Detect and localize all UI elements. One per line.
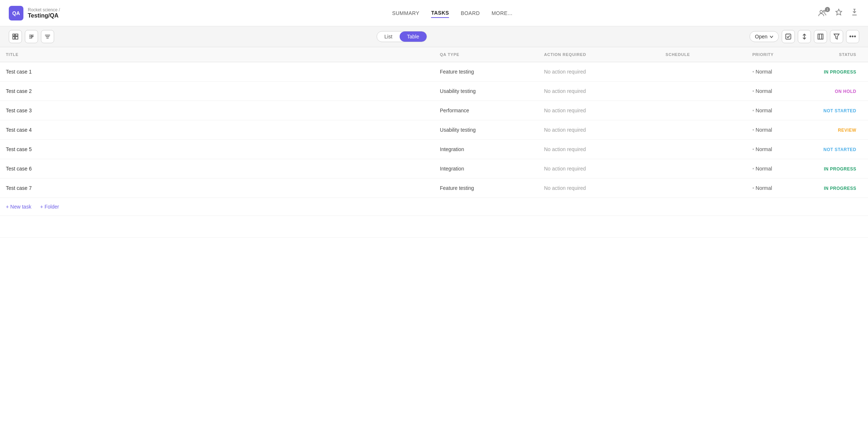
breadcrumb-parent: Rocket science / — [28, 7, 60, 12]
task-priority-4: •Normal — [747, 120, 816, 140]
tab-summary[interactable]: SUMMARY — [392, 9, 419, 18]
svg-point-0 — [820, 10, 823, 13]
open-label: Open — [755, 34, 767, 40]
sort-btn[interactable] — [798, 30, 811, 43]
layout-button[interactable] — [9, 30, 22, 43]
table-row[interactable]: Test case 7 Feature testing No action re… — [0, 179, 868, 198]
pin-button[interactable] — [850, 7, 859, 19]
tab-tasks[interactable]: TASKS — [431, 8, 449, 18]
col-action: ACTION REQUIRED — [538, 47, 660, 62]
table-row[interactable]: Test case 3 Performance No action requir… — [0, 101, 868, 120]
table-row[interactable]: Test case 2 Usability testing No action … — [0, 82, 868, 101]
view-list-btn[interactable]: List — [377, 31, 400, 42]
view-table-btn[interactable]: Table — [400, 31, 426, 42]
empty-row — [0, 216, 868, 238]
task-title-6[interactable]: Test case 6 — [0, 159, 434, 179]
task-action-6: No action required — [538, 159, 660, 179]
svg-marker-18 — [834, 34, 839, 39]
logo-text: QA — [12, 10, 20, 16]
task-schedule-6 — [660, 159, 746, 179]
task-title-3[interactable]: Test case 3 — [0, 101, 434, 120]
col-priority: PRIORITY — [747, 47, 816, 62]
task-priority-6: •Normal — [747, 159, 816, 179]
filter-btn[interactable] — [830, 30, 843, 43]
new-task-link[interactable]: + New task — [6, 204, 31, 210]
columns-btn[interactable] — [814, 30, 827, 43]
task-status-3: NOT STARTED — [816, 101, 868, 120]
footer-actions: + New task + Folder — [6, 204, 862, 210]
task-qatype-5: Integration — [434, 140, 538, 159]
task-schedule-2 — [660, 82, 746, 101]
task-priority-7: •Normal — [747, 179, 816, 198]
task-status-1: IN PROGRESS — [816, 62, 868, 82]
tasks-table: TITLE QA TYPE ACTION REQUIRED SCHEDULE P… — [0, 47, 868, 238]
group-button[interactable] — [25, 30, 38, 43]
svg-rect-6 — [15, 37, 18, 39]
people-badge: 1 — [825, 7, 830, 12]
task-qatype-4: Usability testing — [434, 120, 538, 140]
star-button[interactable] — [834, 7, 844, 19]
task-status-6: IN PROGRESS — [816, 159, 868, 179]
new-folder-link[interactable]: + Folder — [40, 204, 59, 210]
task-qatype-3: Performance — [434, 101, 538, 120]
svg-rect-5 — [15, 34, 18, 36]
task-title-1[interactable]: Test case 1 — [0, 62, 434, 82]
more-btn[interactable]: ••• — [846, 30, 859, 43]
task-priority-2: •Normal — [747, 82, 816, 101]
task-status-5: NOT STARTED — [816, 140, 868, 159]
task-action-2: No action required — [538, 82, 660, 101]
col-qatype: QA TYPE — [434, 47, 538, 62]
col-title: TITLE — [0, 47, 434, 62]
task-status-7: IN PROGRESS — [816, 179, 868, 198]
toolbar-left — [9, 30, 54, 43]
task-qatype-2: Usability testing — [434, 82, 538, 101]
task-priority-5: •Normal — [747, 140, 816, 159]
task-action-3: No action required — [538, 101, 660, 120]
svg-marker-2 — [836, 9, 842, 15]
task-schedule-4 — [660, 120, 746, 140]
task-schedule-3 — [660, 101, 746, 120]
breadcrumb-area: Rocket science / Testing/QA — [28, 7, 60, 19]
logo-icon: QA — [9, 6, 23, 20]
people-button[interactable]: 1 — [817, 8, 828, 18]
view-toggle: List Table — [377, 31, 427, 42]
task-schedule-7 — [660, 179, 746, 198]
task-title-5[interactable]: Test case 5 — [0, 140, 434, 159]
task-status-4: REVIEW — [816, 120, 868, 140]
task-priority-1: •Normal — [747, 62, 816, 82]
open-dropdown-btn[interactable]: Open — [750, 31, 779, 42]
svg-rect-13 — [786, 34, 791, 39]
table-header-row: TITLE QA TYPE ACTION REQUIRED SCHEDULE P… — [0, 47, 868, 62]
table-row[interactable]: Test case 4 Usability testing No action … — [0, 120, 868, 140]
task-schedule-1 — [660, 62, 746, 82]
tasks-table-container: TITLE QA TYPE ACTION REQUIRED SCHEDULE P… — [0, 47, 868, 238]
checkbox-btn[interactable] — [782, 30, 795, 43]
nav-tabs: SUMMARY TASKS BOARD MORE... — [89, 8, 815, 18]
task-status-2: ON HOLD — [816, 82, 868, 101]
toolbar-center: List Table — [59, 31, 745, 42]
task-title-2[interactable]: Test case 2 — [0, 82, 434, 101]
toolbar-right: Open — [750, 30, 859, 43]
tab-board[interactable]: BOARD — [461, 9, 480, 18]
breadcrumb-current: Testing/QA — [28, 12, 60, 19]
table-row[interactable]: Test case 1 Feature testing No action re… — [0, 62, 868, 82]
table-row[interactable]: Test case 6 Integration No action requir… — [0, 159, 868, 179]
top-header: QA Rocket science / Testing/QA SUMMARY T… — [0, 0, 868, 26]
col-schedule: SCHEDULE — [660, 47, 746, 62]
task-action-4: No action required — [538, 120, 660, 140]
header-actions: 1 — [815, 7, 859, 19]
task-title-4[interactable]: Test case 4 — [0, 120, 434, 140]
task-action-1: No action required — [538, 62, 660, 82]
toolbar: List Table Open — [0, 26, 868, 47]
task-qatype-6: Integration — [434, 159, 538, 179]
task-schedule-5 — [660, 140, 746, 159]
filter-left-button[interactable] — [41, 30, 54, 43]
task-title-7[interactable]: Test case 7 — [0, 179, 434, 198]
svg-rect-3 — [13, 34, 15, 36]
svg-rect-4 — [13, 37, 15, 39]
tab-more[interactable]: MORE... — [491, 9, 512, 18]
task-qatype-7: Feature testing — [434, 179, 538, 198]
logo-area: QA Rocket science / Testing/QA — [9, 6, 89, 20]
table-row[interactable]: Test case 5 Integration No action requir… — [0, 140, 868, 159]
col-status: STATUS — [816, 47, 868, 62]
